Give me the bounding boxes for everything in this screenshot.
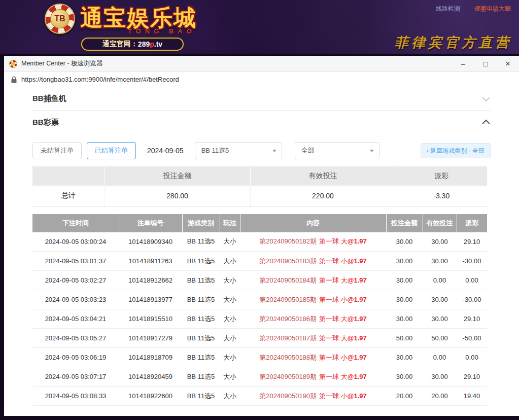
bet-time: 2024-09-05 03:08:33 <box>32 387 119 406</box>
section-title-lottery: BB彩票 <box>32 118 59 127</box>
play-type: 大小 <box>220 329 240 348</box>
summary-total-label: 总计 <box>32 186 105 206</box>
period-number: 第202409050186期 <box>259 315 317 323</box>
bet-record-page: BB捕鱼机 BB彩票 未结算注单 已结算注单 2024-09-05 BB 11选… <box>4 87 519 416</box>
game-select-value: BB 11选5 <box>201 146 229 155</box>
payout: 0.00 <box>457 348 487 367</box>
bet-content: 第202409050188期第一球 小@1.97 <box>240 348 386 367</box>
bet-pick: 第一球 大 <box>319 373 348 380</box>
window-controls: – □ × <box>452 56 519 72</box>
site-domain-tv: .tv <box>154 40 162 48</box>
bet-odds: @1.97 <box>348 237 367 245</box>
bet-pick: 第一球 小 <box>319 354 348 361</box>
period-number: 第202409050188期 <box>259 354 317 361</box>
window-titlebar: Member Center - 极速浏览器 – □ × <box>4 56 519 72</box>
url-text[interactable]: https://tongbao31.com:9900/infe/mcenter/… <box>21 76 179 83</box>
play-type: 大小 <box>220 232 240 252</box>
bet-odds: @1.97 <box>348 354 367 361</box>
header-payout: 派彩 <box>457 214 487 232</box>
section-bb-lottery[interactable]: BB彩票 <box>32 111 491 134</box>
scope-select[interactable]: 全部 <box>295 142 379 159</box>
chevron-down-icon <box>481 96 491 102</box>
bet-amount: 30.00 <box>386 348 423 367</box>
minimize-button[interactable]: – <box>452 56 474 72</box>
table-row: 2024-09-05 03:05:27 101418917279 BB 11选5… <box>32 329 487 348</box>
site-logo-subtitle: TONG BAO <box>128 27 196 35</box>
payout: 29.10 <box>457 232 487 252</box>
payout: 0.00 <box>457 271 487 290</box>
header-bet-time: 下注时间 <box>32 214 119 232</box>
order-id: 101418915510 <box>119 309 182 329</box>
scope-select-value: 全部 <box>301 146 315 155</box>
summary-total-row: 总计 280.00 220.00 -3.30 <box>32 186 487 206</box>
table-row: 2024-09-05 03:03:23 101418913977 BB 11选5… <box>32 290 487 309</box>
bet-amount: 30.00 <box>386 290 423 309</box>
order-id: 101418912662 <box>119 271 182 290</box>
game-select[interactable]: BB 11选5 <box>195 142 282 159</box>
section-bb-fishing[interactable]: BB捕鱼机 <box>32 87 491 111</box>
period-number: 第202409050187期 <box>259 334 317 342</box>
order-id: 101418911263 <box>119 252 182 271</box>
unsettled-bets-button[interactable]: 未结算注单 <box>32 142 82 159</box>
table-row: 2024-09-05 03:06:19 101418918709 BB 11选5… <box>32 348 487 367</box>
bet-odds: @1.97 <box>348 276 367 284</box>
summary-total-payout: -3.30 <box>396 186 487 206</box>
promo-apply-link[interactable]: 優惠申請大廳 <box>474 5 511 13</box>
order-id: 101418917279 <box>119 329 182 348</box>
bet-odds: @1.97 <box>348 334 367 342</box>
valid-bet: 50.00 <box>423 329 457 348</box>
line-check-link[interactable]: 线路检测 <box>436 5 460 13</box>
header-order-id: 注单编号 <box>119 214 182 232</box>
bet-content: 第202409050185期第一球 小@1.97 <box>240 290 386 309</box>
lock-icon <box>11 76 17 83</box>
chevron-down-icon <box>272 150 276 152</box>
browser-window: Member Center - 极速浏览器 – □ × https://tong… <box>4 56 519 416</box>
order-id: 101418913977 <box>119 290 182 309</box>
header-bet-amount: 投注金额 <box>386 214 423 232</box>
game-type: BB 11选5 <box>182 290 220 309</box>
valid-bet: 30.00 <box>423 290 457 309</box>
bet-content: 第202409050186期第一球 大@1.97 <box>240 309 386 329</box>
summary-table: 投注金额 有效投注 派彩 总计 280.00 220.00 -3.30 <box>32 166 487 207</box>
header-game-type: 游戏类别 <box>182 214 220 232</box>
payout: 19.40 <box>457 387 487 406</box>
back-to-game-category-button[interactable]: ‹ 返回游戏类别 - 全部 <box>421 143 491 158</box>
date-picker[interactable]: 2024-09-05 <box>147 147 184 155</box>
bet-amount: 30.00 <box>386 232 423 252</box>
header-play-type: 玩法 <box>220 214 240 232</box>
bet-time: 2024-09-05 03:06:19 <box>32 348 119 367</box>
banner-links: 线路检测 優惠申請大廳 <box>436 5 511 13</box>
bet-table-header-row: 下注时间 注单编号 游戏类别 玩法 内容 投注金额 有效投注 派彩 <box>32 214 487 232</box>
settled-bets-button[interactable]: 已结算注单 <box>87 142 136 159</box>
maximize-button[interactable]: □ <box>474 56 497 72</box>
filter-controls: 未结算注单 已结算注单 2024-09-05 BB 11选5 全部 ‹ 返回游戏… <box>32 142 491 159</box>
payout: -30.00 <box>457 290 487 309</box>
table-row: 2024-09-05 03:01:37 101418911263 BB 11选5… <box>32 252 487 271</box>
period-number: 第202409050184期 <box>259 276 317 284</box>
valid-bet: 30.00 <box>423 309 457 329</box>
site-domain-289: 289 <box>138 40 150 48</box>
table-row: 2024-09-05 03:07:17 101418920459 BB 11选5… <box>32 367 487 387</box>
period-number: 第202409050190期 <box>259 392 317 400</box>
play-type: 大小 <box>220 309 240 329</box>
valid-bet: 20.00 <box>423 387 457 406</box>
site-banner: TB 通宝娱乐城 TONG BAO 通宝官网： 289 p .tv 线路检测 優… <box>0 0 519 54</box>
game-type: BB 11选5 <box>182 348 220 367</box>
payout: 29.10 <box>457 367 487 387</box>
order-id: 101418909340 <box>119 232 182 252</box>
bet-pick: 第一球 大 <box>319 237 348 245</box>
game-type: BB 11选5 <box>182 309 220 329</box>
bet-time: 2024-09-05 03:00:24 <box>32 232 119 252</box>
bet-amount: 30.00 <box>386 309 423 329</box>
bet-odds: @1.97 <box>348 373 367 380</box>
close-button[interactable]: × <box>497 56 519 72</box>
window-title: Member Center - 极速浏览器 <box>21 59 102 68</box>
game-type: BB 11选5 <box>182 387 220 406</box>
chevron-up-icon <box>481 119 491 125</box>
order-id: 101418920459 <box>119 367 182 387</box>
play-type: 大小 <box>220 290 240 309</box>
bet-time: 2024-09-05 03:04:21 <box>32 309 119 329</box>
bet-odds: @1.97 <box>348 392 367 400</box>
payout: -30.00 <box>457 252 487 271</box>
play-type: 大小 <box>220 367 240 387</box>
